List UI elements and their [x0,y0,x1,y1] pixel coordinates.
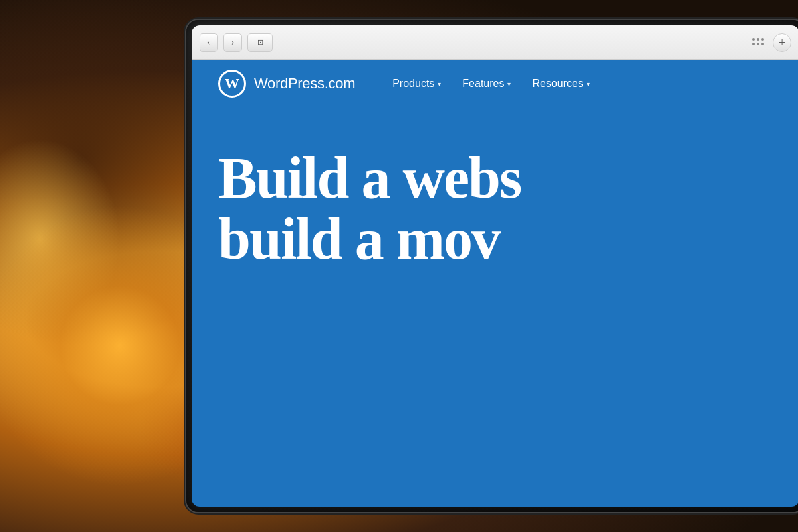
sidebar-toggle-button[interactable]: ⊡ [247,33,273,52]
svg-point-3 [752,43,755,45]
wp-logo-text: WordPress.com [254,75,355,92]
forward-button[interactable]: › [223,33,242,52]
svg-point-1 [757,38,759,41]
svg-point-4 [757,43,759,45]
hero-section: Build a webs build a mov [192,108,798,271]
hero-line-2: build a mov [218,209,773,270]
resources-chevron-icon: ▾ [587,80,590,88]
nav-resources[interactable]: Resources ▾ [521,72,600,95]
monitor-frame: ‹ › ⊡ + [186,20,798,512]
hero-text: Build a webs build a mov [218,148,773,271]
nav-products[interactable]: Products ▾ [382,72,452,95]
new-tab-button[interactable]: + [773,33,791,52]
monitor-screen: ‹ › ⊡ + [192,25,798,507]
nav-features[interactable]: Features ▾ [452,72,521,95]
tab-overview-button[interactable] [749,33,767,52]
back-button[interactable]: ‹ [200,33,218,52]
hero-line-1: Build a webs [218,148,773,209]
nav-bar: W WordPress.com Products ▾ Features ▾ [192,60,798,108]
nav-links: Products ▾ Features ▾ Resources ▾ [382,72,600,95]
products-chevron-icon: ▾ [438,80,441,88]
svg-point-2 [761,38,764,41]
website-content: W WordPress.com Products ▾ Features ▾ [192,60,798,507]
features-chevron-icon: ▾ [507,80,511,88]
wp-logo-icon: W [218,70,246,98]
svg-point-0 [752,38,755,41]
wordpress-logo[interactable]: W WordPress.com [218,70,355,98]
svg-point-5 [761,43,764,45]
browser-chrome: ‹ › ⊡ + [192,25,798,60]
